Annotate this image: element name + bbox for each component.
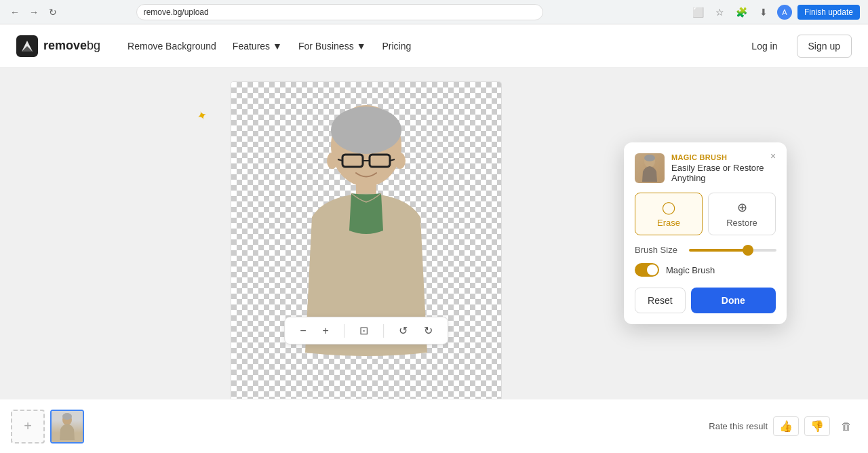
person-svg — [271, 95, 461, 393]
nav-remove-background[interactable]: Remove Background — [122, 37, 222, 56]
brush-size-slider[interactable] — [689, 249, 776, 252]
logo-text: removebg — [43, 39, 100, 53]
popup-close-button[interactable]: × — [766, 149, 780, 163]
browser-icons: ⬜ ☆ 🧩 ⬇ A Finish update — [690, 4, 860, 20]
canvas-area — [231, 81, 502, 399]
bookmark-icon[interactable]: ☆ — [712, 4, 728, 20]
thumb-person-svg — [57, 413, 77, 440]
avatar[interactable]: A — [777, 5, 792, 20]
done-button[interactable]: Done — [691, 288, 776, 313]
popup-actions: Reset Done — [635, 288, 776, 313]
toolbar-divider-2 — [383, 324, 384, 338]
refresh-button[interactable]: ↻ — [46, 5, 60, 19]
delete-button[interactable]: 🗑 — [835, 418, 857, 435]
restore-label: Restore — [726, 218, 757, 228]
popup-header: Magic Brush Easily Erase or Restore Anyt… — [635, 153, 776, 183]
add-image-button[interactable]: + — [11, 410, 45, 444]
extensions-icon[interactable]: 🧩 — [734, 4, 750, 20]
finish-update-button[interactable]: Finish update — [797, 5, 860, 20]
back-button[interactable]: ← — [8, 5, 22, 19]
brush-size-row: Brush Size — [635, 245, 776, 255]
thumbnail-person — [52, 411, 83, 442]
login-button[interactable]: Log in — [741, 35, 788, 57]
download-icon[interactable]: ⬇ — [755, 4, 772, 20]
magic-brush-toggle-row: Magic Brush — [635, 263, 776, 277]
reset-button[interactable]: Reset — [635, 288, 686, 313]
zoom-in-button[interactable]: + — [319, 322, 333, 340]
svg-point-16 — [62, 413, 72, 420]
nav-actions: Log in Sign up — [741, 35, 852, 58]
nav-for-business[interactable]: For Business ▼ — [293, 37, 372, 56]
chevron-down-icon: ▼ — [357, 41, 366, 52]
undo-button[interactable]: ↺ — [395, 321, 412, 340]
chevron-down-icon: ▼ — [273, 41, 282, 52]
toolbar-divider-1 — [344, 324, 344, 338]
erase-button[interactable]: ◯ Erase — [635, 193, 703, 235]
erase-label: Erase — [657, 218, 680, 228]
browser-chrome: ← → ↻ remove.bg/upload ⬜ ☆ 🧩 ⬇ A Finish … — [0, 0, 868, 24]
navbar: removebg Remove Background Features ▼ Fo… — [0, 24, 868, 68]
svg-point-4 — [331, 106, 401, 154]
popup-thumb-inner — [635, 153, 665, 183]
nav-features[interactable]: Features ▼ — [227, 37, 288, 56]
popup-person-svg — [639, 155, 660, 182]
app: removebg Remove Background Features ▼ Fo… — [0, 24, 868, 453]
spark-decoration: ✦ — [195, 107, 210, 125]
erase-icon: ◯ — [662, 200, 675, 215]
url-text: remove.bg/upload — [144, 7, 209, 17]
thumbnail-item[interactable] — [50, 410, 84, 444]
nav-links: Remove Background Features ▼ For Busines… — [122, 37, 719, 56]
restore-button[interactable]: ⊕ Restore — [708, 193, 776, 235]
screenshot-icon[interactable]: ⬜ — [690, 4, 707, 20]
popup-tag: Magic Brush — [671, 153, 776, 161]
popup-thumbnail — [635, 153, 665, 183]
thumbs-down-button[interactable]: 👎 — [804, 416, 830, 436]
magic-brush-popup: × Magic Brush Easily Erase or Restore An — [624, 142, 787, 324]
address-bar[interactable]: remove.bg/upload — [136, 4, 543, 20]
signup-button[interactable]: Sign up — [797, 35, 852, 58]
forward-button[interactable]: → — [27, 5, 41, 19]
popup-info: Magic Brush Easily Erase or Restore Anyt… — [671, 153, 776, 183]
zoom-out-button[interactable]: − — [296, 322, 310, 340]
popup-description: Easily Erase or Restore Anything — [671, 163, 776, 183]
nav-pricing[interactable]: Pricing — [377, 37, 417, 56]
brush-size-label: Brush Size — [635, 245, 682, 255]
redo-button[interactable]: ↻ — [420, 321, 437, 340]
mode-buttons: ◯ Erase ⊕ Restore — [635, 193, 776, 235]
person-image — [231, 82, 501, 399]
svg-point-11 — [327, 153, 338, 169]
rate-section: Rate this result 👍 👎 🗑 — [709, 416, 857, 436]
restore-icon: ⊕ — [737, 200, 747, 215]
image-toolbar: − + ⊡ ↺ ↻ — [284, 317, 448, 344]
svg-point-12 — [395, 153, 406, 169]
main-content: ✦ — [0, 68, 868, 399]
fit-button[interactable]: ⊡ — [355, 321, 372, 340]
svg-point-14 — [644, 155, 655, 161]
rate-label: Rate this result — [709, 421, 768, 431]
magic-brush-toggle[interactable] — [635, 263, 659, 277]
toggle-knob — [647, 264, 658, 275]
logo-icon — [16, 35, 38, 57]
bottom-strip: + Rate this result 👍 👎 🗑 — [0, 399, 868, 453]
logo[interactable]: removebg — [16, 35, 100, 57]
thumbs-up-button[interactable]: 👍 — [773, 416, 799, 436]
magic-brush-toggle-label: Magic Brush — [666, 265, 715, 275]
